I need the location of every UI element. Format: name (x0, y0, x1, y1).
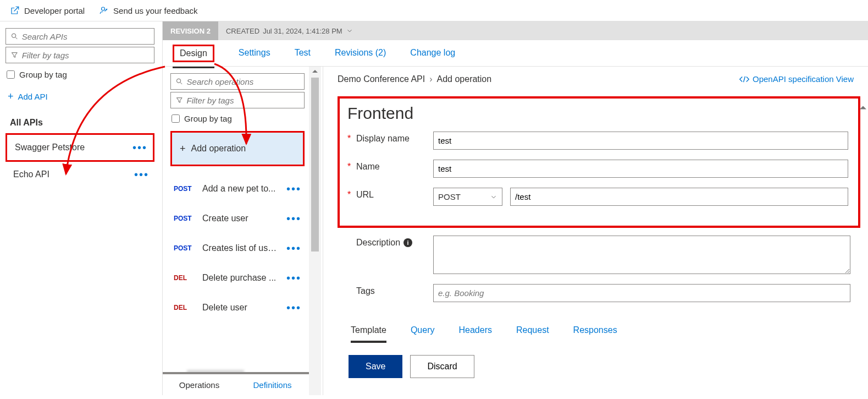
search-icon (175, 77, 184, 86)
search-apis-input[interactable] (22, 32, 150, 41)
revision-created-prefix: CREATED (226, 27, 259, 35)
details-scroll-up-icon[interactable] (858, 100, 868, 116)
operation-row[interactable]: DEL Delete purchase ... ••• (170, 263, 305, 293)
feedback-label: Send us your feedback (113, 6, 197, 15)
operation-menu-icon[interactable]: ••• (286, 245, 301, 251)
operation-menu-icon[interactable]: ••• (286, 186, 301, 192)
description-label: Description i (356, 236, 433, 248)
revision-created[interactable]: CREATED Jul 31, 2024, 1:41:28 PM (218, 27, 361, 35)
url-method-select[interactable]: POST (433, 188, 502, 206)
developer-portal-link[interactable]: Developer portal (10, 6, 85, 15)
filter-apis-box[interactable] (5, 47, 154, 63)
operation-name: Creates list of use... (202, 243, 280, 253)
tab-test[interactable]: Test (295, 48, 311, 64)
revision-bar: REVISION 2 CREATED Jul 31, 2024, 1:41:28… (163, 21, 868, 40)
add-operation-button[interactable]: + Add operation (170, 131, 305, 166)
name-row: * Name (347, 160, 848, 178)
add-operation-label: Add operation (191, 144, 246, 154)
operation-row[interactable]: POST Create user ••• (170, 204, 305, 233)
openapi-spec-label: OpenAPI specification View (753, 74, 854, 84)
tab-settings[interactable]: Settings (239, 48, 270, 64)
search-operations-input[interactable] (187, 77, 300, 86)
url-path-input[interactable] (510, 188, 848, 206)
tags-row: Tags (347, 284, 850, 302)
api-item-menu-icon[interactable]: ••• (134, 172, 149, 177)
required-indicator: * (347, 160, 356, 172)
filter-icon (10, 51, 19, 59)
tags-input[interactable] (433, 284, 850, 302)
url-method-value: POST (438, 192, 461, 201)
description-row: Description i (347, 236, 850, 274)
operation-name: Delete purchase ... (202, 273, 280, 283)
description-textarea[interactable] (433, 236, 850, 274)
save-button[interactable]: Save (349, 355, 402, 378)
ops-group-by-tag-checkbox[interactable] (172, 114, 180, 123)
operation-row[interactable]: DEL Delete user ••• (170, 293, 305, 323)
feedback-link[interactable]: Send us your feedback (99, 6, 197, 15)
operation-row[interactable]: POST Creates list of use... ••• (170, 233, 305, 263)
display-name-row: * Display name (347, 132, 848, 150)
revision-created-value: Jul 31, 2024, 1:41:28 PM (263, 27, 342, 35)
add-api-button[interactable]: + Add API (5, 88, 154, 114)
operation-name: Delete user (202, 303, 280, 313)
plus-icon: + (180, 144, 186, 154)
breadcrumb-api[interactable]: Demo Conference API (338, 74, 425, 84)
api-item-swagger-petstore[interactable]: Swagger Petstore ••• (5, 133, 154, 162)
operation-name: Add a new pet to... (202, 184, 280, 194)
filter-operations-box[interactable] (170, 92, 305, 108)
tab-revisions[interactable]: Revisions (2) (335, 48, 386, 64)
group-by-tag-label: Group by tag (19, 70, 67, 79)
url-label: URL (356, 188, 433, 200)
operation-menu-icon[interactable]: ••• (286, 305, 301, 310)
developer-portal-label: Developer portal (24, 6, 85, 15)
ops-tab-definitions[interactable]: Definitions (236, 374, 309, 395)
api-item-menu-icon[interactable]: ••• (132, 145, 147, 150)
name-input[interactable] (433, 160, 848, 178)
operation-method: DEL (174, 304, 196, 311)
subtab-template[interactable]: Template (351, 325, 386, 343)
chevron-right-icon: › (429, 74, 432, 84)
subtab-request[interactable]: Request (516, 325, 549, 343)
search-apis-box[interactable] (5, 28, 154, 45)
frontend-section: Frontend * Display name * Name * URL (338, 96, 860, 228)
required-indicator (347, 284, 356, 296)
revision-label[interactable]: REVISION 2 (163, 21, 218, 40)
info-icon[interactable]: i (403, 238, 412, 247)
main-panel: REVISION 2 CREATED Jul 31, 2024, 1:41:28… (163, 21, 868, 395)
required-indicator: * (347, 188, 356, 200)
ops-tab-operations[interactable]: Operations (163, 374, 236, 395)
tab-changelog[interactable]: Change log (410, 48, 455, 64)
code-icon (739, 75, 749, 83)
discard-button[interactable]: Discard (410, 355, 474, 378)
operation-row[interactable]: POST Add a new pet to... ••• (170, 174, 305, 204)
subtab-query[interactable]: Query (411, 325, 435, 343)
filter-apis-input[interactable] (22, 51, 150, 60)
external-link-icon (10, 6, 20, 15)
group-by-tag-checkbox[interactable] (7, 70, 15, 79)
operation-menu-icon[interactable]: ••• (286, 216, 301, 221)
subtab-headers[interactable]: Headers (459, 325, 492, 343)
filter-operations-input[interactable] (187, 96, 300, 105)
frontend-title: Frontend (347, 104, 848, 123)
scroll-up-icon[interactable] (309, 67, 321, 76)
add-api-label: Add API (18, 92, 48, 101)
ops-group-by-tag-row[interactable]: Group by tag (170, 111, 305, 129)
operation-method: POST (174, 185, 196, 193)
group-by-tag-checkbox-row[interactable]: Group by tag (5, 65, 154, 88)
api-sidebar: Group by tag + Add API All APIs Swagger … (0, 21, 163, 395)
all-apis-heading[interactable]: All APIs (5, 114, 154, 133)
filter-icon (175, 96, 184, 105)
tab-design[interactable]: Design (173, 45, 214, 62)
subtab-responses[interactable]: Responses (573, 325, 617, 343)
plus-icon: + (8, 91, 14, 101)
search-operations-box[interactable] (170, 73, 305, 90)
display-name-input[interactable] (433, 132, 848, 150)
ops-scrollbar[interactable] (309, 67, 321, 395)
api-item-echo-api[interactable]: Echo API ••• (5, 162, 154, 187)
operation-menu-icon[interactable]: ••• (286, 275, 301, 281)
name-label: Name (356, 160, 433, 172)
openapi-spec-link[interactable]: OpenAPI specification View (739, 74, 854, 84)
scroll-thumb[interactable] (311, 78, 319, 252)
api-item-label: Swagger Petstore (15, 143, 85, 152)
main-tabs: Design Settings Test Revisions (2) Chang… (163, 40, 868, 67)
